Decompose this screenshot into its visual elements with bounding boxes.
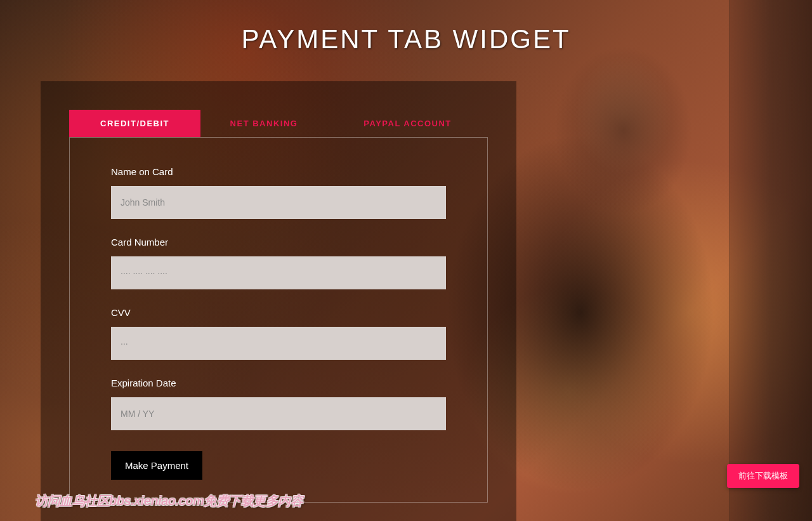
background-glass-pane (730, 0, 812, 521)
name-on-card-label: Name on Card (111, 166, 446, 177)
form-group-name: Name on Card (111, 166, 446, 219)
card-number-input[interactable] (111, 256, 446, 289)
page-title: PAYMENT TAB WIDGET (0, 0, 812, 55)
cvv-label: CVV (111, 307, 446, 318)
payment-widget: CREDIT/DEBIT NET BANKING PAYPAL ACCOUNT … (41, 81, 516, 521)
expiration-date-input[interactable] (111, 397, 446, 430)
form-group-card-number: Card Number (111, 237, 446, 289)
card-number-label: Card Number (111, 237, 446, 247)
watermark-text: 访问血鸟社区bbs.xieniao.com免费下载更多内容 (35, 492, 303, 510)
form-group-expiration: Expiration Date (111, 378, 446, 430)
name-on-card-input[interactable] (111, 186, 446, 219)
cvv-input[interactable] (111, 327, 446, 360)
make-payment-button[interactable]: Make Payment (111, 451, 202, 480)
download-template-button[interactable]: 前往下载模板 (727, 464, 799, 488)
tab-bar: CREDIT/DEBIT NET BANKING PAYPAL ACCOUNT (69, 110, 488, 137)
tab-content-credit-debit: Name on Card Card Number CVV Expiration … (69, 137, 488, 503)
tab-net-banking[interactable]: NET BANKING (200, 110, 327, 137)
tab-credit-debit[interactable]: CREDIT/DEBIT (69, 110, 200, 137)
tab-paypal-account[interactable]: PAYPAL ACCOUNT (327, 110, 488, 137)
form-group-cvv: CVV (111, 307, 446, 360)
expiration-date-label: Expiration Date (111, 378, 446, 388)
